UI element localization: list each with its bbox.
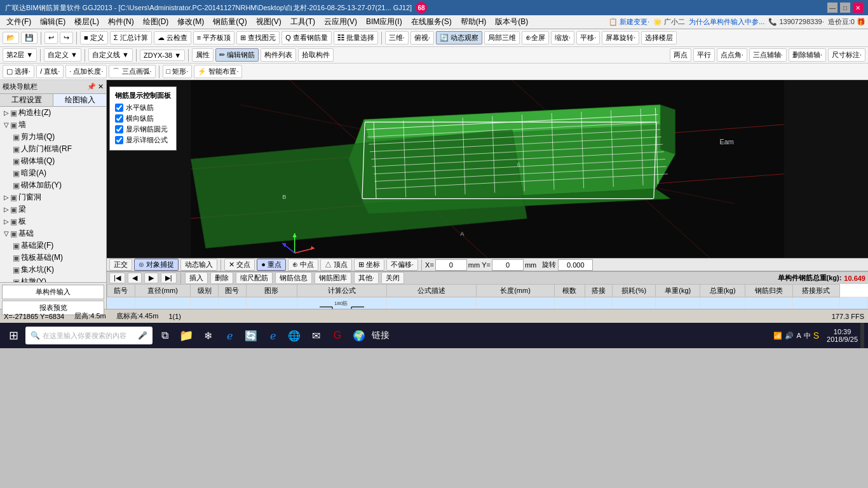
open-btn[interactable]: 📂 [3,32,19,44]
taskbar-app5[interactable]: G [328,326,347,345]
why-input-btn[interactable]: 为什么单构件输入中参... [689,17,764,27]
check-transverse-rebar[interactable]: 横向纵筋 [115,114,171,123]
taskbar-app3[interactable]: 🌐 [285,326,304,345]
tree-raftfound[interactable]: ▣ 筏板基础(M) [0,252,106,264]
no-offset-btn[interactable]: 不偏移· [386,259,418,271]
view-rebar-btn[interactable]: Q 查看钢筋量 [281,31,332,44]
close-btn[interactable]: ✕ [853,3,863,13]
tree-slab[interactable]: ▷ ▣ 板 [0,215,106,227]
sidebar-pin[interactable]: 📌 ✕ [87,83,104,91]
menu-online[interactable]: 在线服务(S) [407,15,456,29]
topview-btn[interactable]: 俯视· [410,31,434,44]
fullscreen-btn[interactable]: ⊕全屏 [522,31,549,44]
midpoint-key-btn[interactable]: ● 重点 [257,259,286,271]
expand-wall[interactable]: ▽ [3,121,10,129]
three-point-axis-btn[interactable]: 三点辅轴· [749,48,787,62]
tree-wall[interactable]: ▽ ▣ 墙 [0,119,106,131]
nav-next-btn[interactable]: ▶ [144,273,158,283]
minimize-btn[interactable]: — [827,3,837,13]
sidebar-project-settings[interactable]: 工程设置 [0,94,53,106]
menu-tools[interactable]: 工具(T) [287,15,319,29]
task-view-btn[interactable]: ⧉ [155,326,174,345]
rotate-input[interactable] [558,259,593,271]
align-slab-btn[interactable]: ≡ 平齐板顶 [193,31,234,44]
taskbar-app4[interactable]: ✉ [306,326,325,345]
tray-app-s[interactable]: S [813,330,819,341]
menu-edit[interactable]: 编辑(E) [36,15,69,29]
custom-def-btn[interactable]: 自定义 ▼ [44,48,81,62]
tree-shearwall[interactable]: ▣ 剪力墙(Q) [0,131,106,143]
del-axis-btn[interactable]: 删除辅轴· [789,48,826,62]
show-desktop-btn[interactable] [860,323,864,348]
line-btn[interactable]: / 直线· [36,65,64,78]
table-row[interactable]: 1★ 横向钢筋.1 10 ⊕ 0 [107,297,868,309]
menu-component[interactable]: 构件(N) [104,15,138,29]
point-angle-btn[interactable]: 点点角· [717,48,747,62]
insert-btn[interactable]: 插入 [185,272,208,284]
delete-row-btn[interactable]: 删除 [210,272,233,284]
screen-rotate-btn[interactable]: 屏幕旋转· [602,31,639,44]
check-show-formula[interactable]: 显示详细公式 [115,135,171,145]
rect-btn[interactable]: □ 矩形· [163,65,193,78]
phone-btn[interactable]: 📞 13907298339· [768,18,824,26]
vertex-btn[interactable]: △ 顶点 [320,259,352,271]
price-btn[interactable]: 造价豆:0 🎁 [828,17,865,27]
property-btn[interactable]: 属性 [192,48,214,62]
tree-foundation[interactable]: ▽ ▣ 基础 [0,227,106,240]
menu-file[interactable]: 文件(F) [3,15,35,29]
object-snap-btn[interactable]: ⊙ 对象捕捉 [134,259,179,271]
check-show-circle[interactable]: 显示钢筋圆元 [115,125,171,134]
tree-mason-rebar[interactable]: ▣ 砌体加筋(Y) [0,179,106,191]
close-list-btn[interactable]: 关闭 [381,272,404,284]
3d-btn[interactable]: 三维· [385,31,409,44]
point-length-btn[interactable]: · 点加长度· [65,65,107,78]
x-value-input[interactable] [435,259,467,271]
tree-hidden-beam[interactable]: ▣ 暗梁(A) [0,167,106,179]
tree-rfwall[interactable]: ▣ 人防门框墙(RF [0,143,106,155]
cortana-search[interactable]: 🔍 在这里输入你要搜索的内容 🎤 [25,327,153,344]
tray-ime-a[interactable]: A [796,332,801,339]
expand-beam[interactable]: ▷ [3,206,10,214]
expand-foundation[interactable]: ▽ [3,230,10,238]
expand-door[interactable]: ▷ [3,194,10,201]
rebar-info-btn[interactable]: 钢筋信息 [275,272,312,284]
menu-floor[interactable]: 楼层(L) [71,15,103,29]
redo-btn[interactable]: ↪ [60,32,73,44]
zdyx38-btn[interactable]: ZDYX-38 ▼ [140,50,185,61]
menu-version[interactable]: 版本号(B) [491,15,532,29]
expand-slab[interactable]: ▷ [3,218,10,226]
batch-select-btn[interactable]: ☷ 批量选择 [334,31,378,44]
menu-view[interactable]: 视图(V) [252,15,285,29]
taskbar-app6[interactable]: 🌍 [349,326,369,345]
intersection-btn[interactable]: ✕ 交点 [224,259,255,271]
dynamic-input-btn[interactable]: 动态输入 [180,259,217,271]
menu-help[interactable]: 帮助(H) [457,15,491,29]
select-tool-btn[interactable]: ▢ 选择· [3,65,34,78]
tree-gouzhuchu[interactable]: ▷ ▣ 构造柱(Z) [0,107,106,119]
zoom-btn[interactable]: 缩放· [551,31,574,44]
zdyx-btn[interactable]: 自定义线 ▼ [88,48,133,62]
nav-last-btn[interactable]: ▶| [161,273,177,283]
find-elem-btn[interactable]: ⊞ 查找图元 [236,31,280,44]
define-btn[interactable]: ■ 定义 [80,31,108,44]
dim-btn[interactable]: 尺寸标注· [828,48,865,62]
taskbar-app2[interactable]: 🔄 [241,326,261,345]
cloud-check-btn[interactable]: ☁ 云检查 [154,31,191,44]
smart-layout-btn[interactable]: ⚡ 智能布置· [194,65,242,78]
edit-rebar-btn[interactable]: ✏ 编辑钢筋 [215,48,259,62]
taskbar-app1[interactable]: ❄ [198,326,217,345]
guangxiao-btn[interactable]: 🌟 广小二 [653,17,685,27]
tree-door-opening[interactable]: ▷ ▣ 门窗洞 [0,191,106,203]
menu-rebar-qty[interactable]: 钢筋量(Q) [209,15,250,29]
start-btn[interactable]: ⊞ [4,326,23,345]
y-value-input[interactable] [492,259,524,271]
expand-gouzhuchu[interactable]: ▷ [3,109,10,117]
floor-select[interactable]: 第2层 ▼ [3,48,37,62]
select-floor-btn[interactable]: 选择楼层 [641,31,677,44]
coord-btn[interactable]: ⊞ 坐标 [354,259,384,271]
menu-bim[interactable]: BIM应用(I) [362,15,406,29]
pick-component-btn[interactable]: 拾取构件 [298,48,334,62]
taskbar-ie[interactable]: ℯ [220,326,239,345]
ortho-btn[interactable]: 正交 [109,259,132,271]
rebar-library-btn[interactable]: 钢筋图库 [315,272,351,284]
